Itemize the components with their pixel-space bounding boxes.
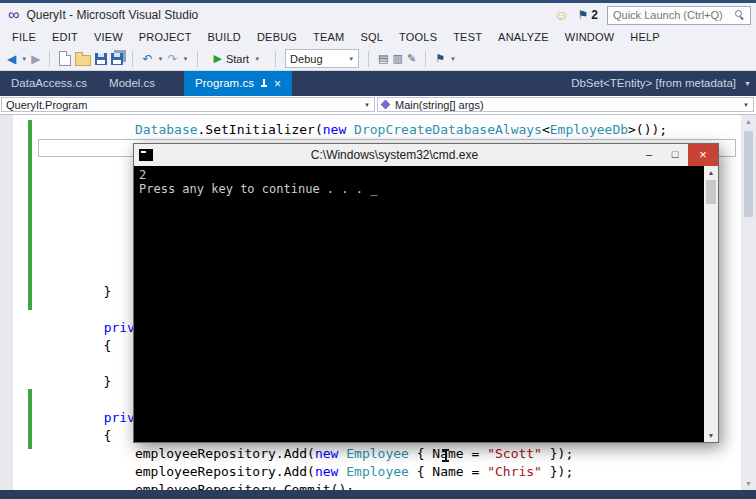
visual-studio-window: ∞ QueryIt - Microsoft Visual Studio ☺ ⚑ … (0, 0, 756, 499)
menu-item-edit[interactable]: EDIT (44, 27, 86, 47)
save-all-icon[interactable] (111, 53, 123, 65)
menu-item-window[interactable]: WINDOW (557, 27, 622, 47)
menu-item-sql[interactable]: SQL (352, 27, 391, 47)
scroll-up-icon[interactable]: ▲ (704, 169, 718, 176)
code-line[interactable]: } (41, 373, 111, 391)
method-icon (381, 100, 391, 110)
navigation-bar: QueryIt.Program ▼ Main(string[] args) ▼ (0, 96, 756, 115)
notifications-button[interactable]: ⚑ 2 (578, 8, 598, 22)
console-output: 2Press any key to continue . . . _ (139, 168, 700, 196)
menu-item-team[interactable]: TEAM (305, 27, 352, 47)
scroll-up-icon[interactable]: ▲ (741, 118, 756, 125)
menu-item-tools[interactable]: TOOLS (391, 27, 445, 47)
scrollbar-thumb[interactable] (706, 180, 716, 204)
chevron-down-icon: ▼ (743, 102, 749, 108)
start-play-icon: ▶ (213, 52, 221, 65)
menu-item-analyze[interactable]: ANALYZE (490, 27, 557, 47)
quick-launch-placeholder: Quick Launch (Ctrl+Q) (613, 9, 723, 21)
navigate-back-icon[interactable]: ◀ (7, 53, 16, 65)
code-line[interactable]: employeeRepository.Add(new Employee { Na… (41, 463, 573, 481)
pin-icon[interactable] (260, 78, 268, 89)
menu-item-view[interactable]: VIEW (86, 27, 131, 47)
undo-dropdown-icon[interactable]: ▼ (157, 56, 163, 62)
console-scrollbar[interactable]: ▲ ▼ (704, 166, 718, 442)
title-bar-right: ☺ ⚑ 2 Quick Launch (Ctrl+Q) (554, 6, 756, 25)
start-label: Start (226, 53, 249, 65)
notifications-count: 2 (591, 8, 598, 22)
code-line[interactable]: employeeRepository.Add(new Employee { Na… (41, 445, 573, 463)
toolbar-separator (49, 51, 50, 67)
menu-item-project[interactable]: PROJECT (131, 27, 200, 47)
scroll-down-icon[interactable]: ▼ (741, 480, 756, 487)
scrollbar-thumb[interactable] (744, 131, 753, 217)
navigate-forward-icon[interactable]: ▶ (31, 53, 40, 65)
toolbar-options-icon[interactable]: ▼ (450, 56, 456, 62)
member-dropdown[interactable]: Main(string[] args) ▼ (377, 97, 754, 112)
chevron-down-icon: ▼ (348, 56, 354, 62)
navigate-back-dropdown-icon[interactable]: ▼ (21, 56, 27, 62)
tab-dataaccess-cs[interactable]: DataAccess.cs (0, 71, 98, 96)
feedback-smiley-icon[interactable]: ☺ (554, 7, 568, 23)
edit-in-designer-icon[interactable]: ✎ (407, 53, 416, 64)
code-line[interactable]: } (41, 283, 111, 301)
redo-icon[interactable]: ↷ (167, 53, 177, 65)
console-window[interactable]: C:\Windows\system32\cmd.exe – □ × 2Press… (133, 143, 719, 443)
save-icon[interactable] (95, 53, 107, 65)
bookmark-icon[interactable]: ⚑ (435, 53, 445, 64)
debug-configuration-dropdown[interactable]: Debug ▼ (285, 49, 359, 68)
code-line[interactable]: { (41, 427, 111, 445)
vs-logo-icon: ∞ (8, 7, 19, 23)
code-line[interactable]: employeeRepository.Commit(); (41, 481, 354, 490)
tab-label: Model.cs (109, 71, 155, 96)
redo-dropdown-icon[interactable]: ▼ (183, 56, 189, 62)
quick-launch-input[interactable]: Quick Launch (Ctrl+Q) (607, 6, 751, 25)
start-debug-button[interactable]: ▶ Start ▼ (207, 52, 266, 65)
undo-icon[interactable]: ↶ (142, 53, 152, 65)
console-close-button[interactable]: × (688, 144, 718, 166)
chevron-down-icon: ▼ (364, 102, 370, 108)
type-dropdown[interactable]: QueryIt.Program ▼ (1, 97, 375, 112)
tab-model-cs[interactable]: Model.cs (98, 71, 166, 96)
console-minimize-button[interactable]: – (636, 144, 662, 166)
tab-dbset-metadata[interactable]: DbSet<TEntity> [from metadata] (563, 71, 744, 96)
toolbar-separator (425, 51, 426, 67)
new-file-icon[interactable] (59, 51, 71, 66)
tab-strip: DataAccess.csModel.csProgram.cs× DbSet<T… (0, 71, 756, 96)
open-file-icon[interactable] (75, 55, 91, 66)
editor-vertical-scrollbar[interactable]: ▲ ▼ (741, 115, 756, 490)
console-title: C:\Windows\system32\cmd.exe (153, 148, 636, 162)
window-title: QueryIt - Microsoft Visual Studio (26, 8, 198, 22)
console-title-bar[interactable]: C:\Windows\system32\cmd.exe – □ × (134, 144, 718, 166)
code-editor[interactable]: Database.SetInitializer(new DropCreateDa… (0, 115, 756, 490)
search-icon (735, 10, 745, 20)
tab-label: DbSet<TEntity> [from metadata] (571, 77, 736, 89)
tab-program-cs[interactable]: Program.cs× (184, 71, 292, 96)
debug-configuration-value: Debug (290, 53, 322, 65)
menu-item-debug[interactable]: DEBUG (249, 27, 305, 47)
cmd-icon (139, 149, 153, 161)
toolbar-separator (132, 51, 133, 67)
main-toolbar: ◀ ▼ ▶ ↶ ▼ ↷ ▼ ▶ Start ▼ Debug ▼ ▤ ▥ ✎ ⚑ … (0, 47, 756, 71)
menu-item-build[interactable]: BUILD (200, 27, 249, 47)
mouse-ibeam-cursor (441, 448, 450, 463)
start-dropdown-icon: ▼ (254, 56, 260, 62)
code-line[interactable]: Database.SetInitializer(new DropCreateDa… (41, 121, 667, 139)
toolbar-separator (197, 51, 198, 67)
console-line: 2 (139, 168, 700, 182)
tab-overflow-icon[interactable]: ▼ (744, 71, 756, 96)
menu-item-file[interactable]: FILE (4, 27, 44, 47)
member-dropdown-value: Main(string[] args) (395, 99, 743, 111)
console-maximize-button[interactable]: □ (662, 144, 688, 166)
properties-window-icon[interactable]: ▥ (393, 53, 403, 64)
console-body[interactable]: 2Press any key to continue . . . _ ▲ ▼ (134, 166, 718, 442)
menu-item-test[interactable]: TEST (445, 27, 490, 47)
tab-strip-left: DataAccess.csModel.csProgram.cs× (0, 71, 292, 96)
scroll-down-icon[interactable]: ▼ (704, 432, 718, 439)
title-bar[interactable]: ∞ QueryIt - Microsoft Visual Studio ☺ ⚑ … (0, 3, 756, 27)
solution-explorer-icon[interactable]: ▤ (378, 53, 388, 64)
code-line[interactable]: { (41, 337, 111, 355)
tab-label: Program.cs (195, 71, 254, 96)
close-tab-icon[interactable]: × (274, 78, 281, 90)
menu-bar: FILEEDITVIEWPROJECTBUILDDEBUGTEAMSQLTOOL… (0, 27, 756, 47)
menu-item-help[interactable]: HELP (622, 27, 668, 47)
